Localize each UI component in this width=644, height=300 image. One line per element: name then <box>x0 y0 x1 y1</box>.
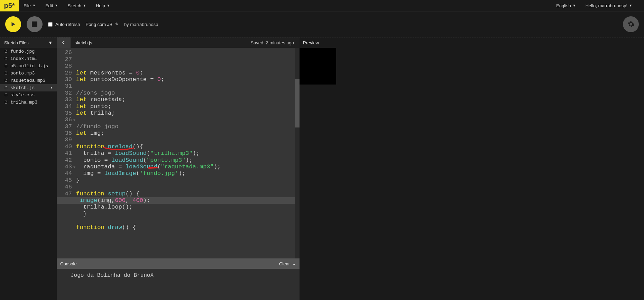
auto-refresh-checkbox[interactable] <box>48 22 53 27</box>
preview-column: Preview <box>300 37 644 300</box>
file-item[interactable]: 🗋trilha.mp3 <box>0 99 57 106</box>
main-menu: File▼ Edit▼ Sketch▼ Help▼ <box>19 0 115 11</box>
right-menu: English▼ Hello, marrabrunosp!▼ <box>551 0 644 11</box>
language-label: English <box>556 3 571 8</box>
file-icon: 🗋 <box>4 49 8 54</box>
settings-button[interactable] <box>623 16 639 32</box>
active-tab-name[interactable]: sketch.js <box>75 40 92 45</box>
author-name[interactable]: marrabrunosp <box>130 22 158 27</box>
file-icon: 🗋 <box>4 100 8 105</box>
menu-sketch[interactable]: Sketch▼ <box>63 0 91 11</box>
stop-icon <box>32 21 37 27</box>
save-status: Saved: 2 minutes ago <box>250 40 294 45</box>
file-icon: 🗋 <box>4 92 8 98</box>
sidebar-title: Sketch Files <box>4 40 29 45</box>
language-selector[interactable]: English▼ <box>551 0 581 11</box>
file-item[interactable]: 🗋raquetada.mp3 <box>0 77 57 84</box>
line-gutter: 252627282930313233343536▼37383940414243▼… <box>57 48 75 258</box>
file-icon: 🗋 <box>4 85 8 90</box>
file-item[interactable]: 🗋sketch.js▼ <box>0 84 57 91</box>
caret-down-icon: ▼ <box>107 4 110 7</box>
pencil-icon[interactable]: ✎ <box>115 22 119 27</box>
file-item[interactable]: 🗋p5.collid…d.js <box>0 62 57 70</box>
file-list: 🗋fundo.jpg🗋index.html🗋p5.collid…d.js🗋pon… <box>0 48 57 300</box>
file-item[interactable]: 🗋ponto.mp3 <box>0 70 57 77</box>
file-icon: 🗋 <box>4 56 8 61</box>
menu-sketch-label: Sketch <box>67 3 81 8</box>
caret-down-icon: ▼ <box>51 86 53 90</box>
play-icon <box>10 21 16 27</box>
menu-file-label: File <box>24 3 31 8</box>
file-item[interactable]: 🗋style.css <box>0 91 57 99</box>
caret-down-icon: ▼ <box>48 40 53 45</box>
menu-edit[interactable]: Edit▼ <box>40 0 63 11</box>
toolbar: Auto-refresh Pong com JS ✎ by marrabruno… <box>0 11 644 37</box>
console-clear-label: Clear <box>279 261 290 266</box>
file-icon: 🗋 <box>4 71 8 76</box>
play-button[interactable] <box>5 16 21 32</box>
top-menu-bar: p5* File▼ Edit▼ Sketch▼ Help▼ English▼ H… <box>0 0 644 11</box>
editor-scrollbar[interactable] <box>295 48 300 258</box>
preview-canvas[interactable] <box>300 48 336 85</box>
auto-refresh-toggle[interactable]: Auto-refresh <box>48 22 80 27</box>
file-name: fundo.jpg <box>10 49 35 54</box>
caret-down-icon: ▼ <box>573 4 576 7</box>
file-icon: 🗋 <box>4 78 8 83</box>
caret-down-icon: ▼ <box>55 4 58 7</box>
file-name: raquetada.mp3 <box>10 78 45 83</box>
file-name: p5.collid…d.js <box>10 63 48 69</box>
editor-tabs: sketch.js Saved: 2 minutes ago <box>57 37 300 48</box>
user-menu[interactable]: Hello, marrabrunosp!▼ <box>581 0 637 11</box>
menu-file[interactable]: File▼ <box>19 0 40 11</box>
menu-edit-label: Edit <box>45 3 53 8</box>
editor-wrap: 252627282930313233343536▼37383940414243▼… <box>57 48 300 258</box>
by-label: by <box>124 22 129 27</box>
chevron-left-icon <box>61 40 66 45</box>
preview-header: Preview <box>300 37 644 48</box>
scrollbar-thumb[interactable] <box>295 79 300 127</box>
sidebar-header[interactable]: Sketch Files ▼ <box>0 37 57 48</box>
file-sidebar: Sketch Files ▼ 🗋fundo.jpg🗋index.html🗋p5.… <box>0 37 57 300</box>
auto-refresh-label: Auto-refresh <box>55 22 80 27</box>
sketch-name: Pong com JS ✎ <box>86 22 119 27</box>
code-area[interactable]: let meusPontos = 0;let pontosDoOponente … <box>75 48 295 258</box>
main-area: Sketch Files ▼ 🗋fundo.jpg🗋index.html🗋p5.… <box>0 37 644 300</box>
file-name: ponto.mp3 <box>10 71 35 76</box>
file-item[interactable]: 🗋fundo.jpg <box>0 48 57 55</box>
console-clear-button[interactable]: Clear ⌄ <box>279 261 296 266</box>
p5-logo[interactable]: p5* <box>0 0 19 11</box>
file-name: trilha.mp3 <box>10 100 37 105</box>
console-body[interactable]: Jogo da Bolinha do BrunoX <box>57 269 300 300</box>
code-editor[interactable]: 252627282930313233343536▼37383940414243▼… <box>57 48 300 258</box>
console-label: Console <box>60 261 77 266</box>
caret-down-icon: ▼ <box>629 4 632 7</box>
caret-down-icon: ▼ <box>83 4 86 7</box>
gear-icon <box>627 20 635 28</box>
caret-down-icon: ▼ <box>33 4 36 7</box>
file-name: style.css <box>10 92 35 98</box>
chevron-down-icon: ⌄ <box>292 261 296 266</box>
file-name: index.html <box>10 56 37 61</box>
menu-help-label: Help <box>96 3 105 8</box>
stop-button[interactable] <box>27 16 43 32</box>
editor-column: sketch.js Saved: 2 minutes ago 252627282… <box>57 37 300 300</box>
menu-help[interactable]: Help▼ <box>91 0 115 11</box>
user-greeting: Hello, marrabrunosp! <box>586 3 627 8</box>
file-name: sketch.js <box>10 85 35 90</box>
sketch-author: by marrabrunosp <box>124 22 158 27</box>
console-header: Console Clear ⌄ <box>57 258 300 269</box>
file-item[interactable]: 🗋index.html <box>0 55 57 62</box>
file-icon: 🗋 <box>4 63 8 69</box>
sketch-name-text: Pong com JS <box>86 22 112 27</box>
collapse-sidebar-button[interactable] <box>57 37 71 48</box>
preview-label: Preview <box>303 40 319 45</box>
console-message: Jogo da Bolinha do BrunoX <box>62 271 295 280</box>
